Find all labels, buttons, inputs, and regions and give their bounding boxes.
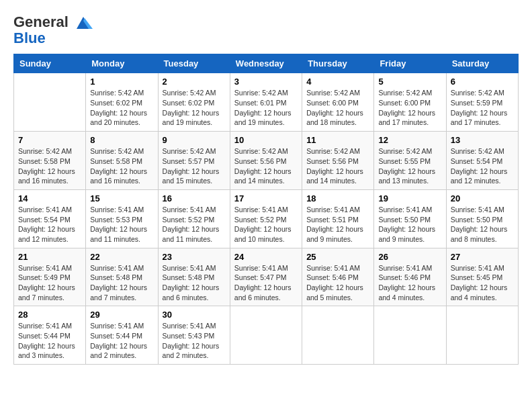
day-number: 15 [90, 193, 153, 203]
day-info: Sunrise: 5:42 AM Sunset: 6:02 PM Dayligh… [163, 88, 226, 128]
day-cell: 30Sunrise: 5:41 AM Sunset: 5:43 PM Dayli… [158, 306, 230, 365]
day-cell: 15Sunrise: 5:41 AM Sunset: 5:53 PM Dayli… [86, 189, 158, 248]
calendar-table: SundayMondayTuesdayWednesdayThursdayFrid… [13, 54, 519, 365]
day-info: Sunrise: 5:41 AM Sunset: 5:50 PM Dayligh… [378, 205, 441, 244]
day-number: 26 [378, 252, 441, 262]
day-number: 30 [163, 310, 226, 320]
day-cell: 5Sunrise: 5:42 AM Sunset: 6:00 PM Daylig… [374, 73, 446, 132]
day-number: 22 [90, 252, 153, 262]
day-number: 11 [306, 135, 369, 145]
col-header-thursday: Thursday [302, 54, 374, 73]
week-row-3: 14Sunrise: 5:41 AM Sunset: 5:54 PM Dayli… [14, 189, 519, 248]
day-cell: 11Sunrise: 5:42 AM Sunset: 5:56 PM Dayli… [302, 132, 374, 190]
day-cell: 4Sunrise: 5:42 AM Sunset: 6:00 PM Daylig… [302, 73, 374, 132]
day-cell: 16Sunrise: 5:41 AM Sunset: 5:52 PM Dayli… [158, 189, 230, 248]
day-info: Sunrise: 5:42 AM Sunset: 6:01 PM Dayligh… [234, 88, 298, 128]
col-header-monday: Monday [86, 54, 158, 73]
day-cell [302, 306, 374, 365]
logo: General Blue [13, 13, 93, 47]
day-info: Sunrise: 5:41 AM Sunset: 5:44 PM Dayligh… [90, 321, 153, 361]
day-info: Sunrise: 5:42 AM Sunset: 5:59 PM Dayligh… [451, 88, 514, 128]
day-cell: 13Sunrise: 5:42 AM Sunset: 5:54 PM Dayli… [446, 132, 518, 190]
day-info: Sunrise: 5:42 AM Sunset: 5:58 PM Dayligh… [18, 146, 81, 186]
col-header-friday: Friday [374, 54, 446, 73]
day-number: 13 [451, 135, 514, 145]
day-info: Sunrise: 5:41 AM Sunset: 5:53 PM Dayligh… [90, 205, 153, 244]
day-info: Sunrise: 5:42 AM Sunset: 6:02 PM Dayligh… [90, 88, 153, 128]
day-info: Sunrise: 5:41 AM Sunset: 5:47 PM Dayligh… [234, 263, 298, 303]
day-cell: 25Sunrise: 5:41 AM Sunset: 5:46 PM Dayli… [302, 248, 374, 306]
day-cell [374, 306, 446, 365]
day-number: 29 [90, 310, 153, 320]
day-info: Sunrise: 5:41 AM Sunset: 5:49 PM Dayligh… [18, 263, 81, 303]
day-cell: 29Sunrise: 5:41 AM Sunset: 5:44 PM Dayli… [86, 306, 158, 365]
day-number: 18 [306, 193, 369, 203]
day-number: 17 [234, 193, 298, 203]
day-cell [446, 306, 518, 365]
day-info: Sunrise: 5:42 AM Sunset: 5:56 PM Dayligh… [306, 146, 369, 186]
day-number: 24 [234, 252, 298, 262]
day-number: 7 [18, 135, 81, 145]
calendar-header: SundayMondayTuesdayWednesdayThursdayFrid… [14, 54, 519, 73]
day-info: Sunrise: 5:41 AM Sunset: 5:45 PM Dayligh… [451, 263, 514, 303]
logo-icon [74, 15, 93, 30]
day-cell: 27Sunrise: 5:41 AM Sunset: 5:45 PM Dayli… [446, 248, 518, 306]
day-info: Sunrise: 5:42 AM Sunset: 5:55 PM Dayligh… [378, 146, 441, 186]
day-number: 20 [451, 193, 514, 203]
col-header-sunday: Sunday [14, 54, 86, 73]
day-info: Sunrise: 5:41 AM Sunset: 5:44 PM Dayligh… [18, 321, 81, 361]
logo-general: General [13, 13, 69, 30]
day-number: 3 [234, 77, 298, 87]
col-header-saturday: Saturday [446, 54, 518, 73]
day-cell: 24Sunrise: 5:41 AM Sunset: 5:47 PM Dayli… [230, 248, 302, 306]
week-row-5: 28Sunrise: 5:41 AM Sunset: 5:44 PM Dayli… [14, 306, 519, 365]
week-row-1: 1Sunrise: 5:42 AM Sunset: 6:02 PM Daylig… [14, 73, 519, 132]
day-info: Sunrise: 5:41 AM Sunset: 5:52 PM Dayligh… [234, 205, 298, 244]
day-info: Sunrise: 5:42 AM Sunset: 6:00 PM Dayligh… [378, 88, 441, 128]
day-number: 19 [378, 193, 441, 203]
day-info: Sunrise: 5:42 AM Sunset: 5:56 PM Dayligh… [234, 146, 298, 186]
day-cell: 6Sunrise: 5:42 AM Sunset: 5:59 PM Daylig… [446, 73, 518, 132]
day-number: 27 [451, 252, 514, 262]
day-number: 12 [378, 135, 441, 145]
col-header-tuesday: Tuesday [158, 54, 230, 73]
day-number: 25 [306, 252, 369, 262]
day-info: Sunrise: 5:42 AM Sunset: 5:58 PM Dayligh… [90, 146, 153, 186]
day-info: Sunrise: 5:41 AM Sunset: 5:46 PM Dayligh… [306, 263, 369, 303]
day-number: 14 [18, 193, 81, 203]
col-header-wednesday: Wednesday [230, 54, 302, 73]
day-number: 9 [163, 135, 226, 145]
day-number: 1 [90, 77, 153, 87]
day-cell: 26Sunrise: 5:41 AM Sunset: 5:46 PM Dayli… [374, 248, 446, 306]
day-cell [14, 73, 86, 132]
day-cell: 17Sunrise: 5:41 AM Sunset: 5:52 PM Dayli… [230, 189, 302, 248]
day-info: Sunrise: 5:42 AM Sunset: 5:57 PM Dayligh… [163, 146, 226, 186]
day-info: Sunrise: 5:41 AM Sunset: 5:48 PM Dayligh… [163, 263, 226, 303]
day-number: 8 [90, 135, 153, 145]
day-cell: 21Sunrise: 5:41 AM Sunset: 5:49 PM Dayli… [14, 248, 86, 306]
day-info: Sunrise: 5:42 AM Sunset: 5:54 PM Dayligh… [451, 146, 514, 186]
logo-blue: Blue [13, 30, 93, 47]
day-cell: 14Sunrise: 5:41 AM Sunset: 5:54 PM Dayli… [14, 189, 86, 248]
day-info: Sunrise: 5:41 AM Sunset: 5:51 PM Dayligh… [306, 205, 369, 244]
day-cell: 8Sunrise: 5:42 AM Sunset: 5:58 PM Daylig… [86, 132, 158, 190]
day-cell [230, 306, 302, 365]
day-info: Sunrise: 5:41 AM Sunset: 5:43 PM Dayligh… [163, 321, 226, 361]
day-cell: 18Sunrise: 5:41 AM Sunset: 5:51 PM Dayli… [302, 189, 374, 248]
day-info: Sunrise: 5:41 AM Sunset: 5:50 PM Dayligh… [451, 205, 514, 244]
calendar-body: 1Sunrise: 5:42 AM Sunset: 6:02 PM Daylig… [14, 73, 519, 365]
day-cell: 23Sunrise: 5:41 AM Sunset: 5:48 PM Dayli… [158, 248, 230, 306]
day-info: Sunrise: 5:42 AM Sunset: 6:00 PM Dayligh… [306, 88, 369, 128]
day-cell: 7Sunrise: 5:42 AM Sunset: 5:58 PM Daylig… [14, 132, 86, 190]
day-cell: 22Sunrise: 5:41 AM Sunset: 5:48 PM Dayli… [86, 248, 158, 306]
day-number: 2 [163, 77, 226, 87]
day-cell: 1Sunrise: 5:42 AM Sunset: 6:02 PM Daylig… [86, 73, 158, 132]
day-number: 23 [163, 252, 226, 262]
day-cell: 2Sunrise: 5:42 AM Sunset: 6:02 PM Daylig… [158, 73, 230, 132]
day-cell: 12Sunrise: 5:42 AM Sunset: 5:55 PM Dayli… [374, 132, 446, 190]
day-cell: 10Sunrise: 5:42 AM Sunset: 5:56 PM Dayli… [230, 132, 302, 190]
day-cell: 19Sunrise: 5:41 AM Sunset: 5:50 PM Dayli… [374, 189, 446, 248]
week-row-2: 7Sunrise: 5:42 AM Sunset: 5:58 PM Daylig… [14, 132, 519, 190]
week-row-4: 21Sunrise: 5:41 AM Sunset: 5:49 PM Dayli… [14, 248, 519, 306]
day-number: 6 [451, 77, 514, 87]
